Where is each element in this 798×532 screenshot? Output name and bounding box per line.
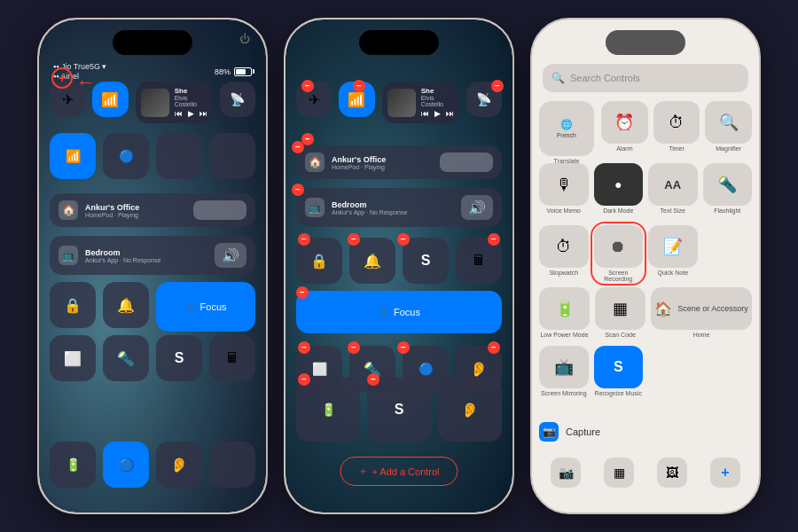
p2-shazam2[interactable]: S [367, 378, 431, 442]
music-widget-1[interactable]: She Elvis Costello ⏮ ▶ ⏭ [136, 82, 213, 123]
homepod-widget[interactable]: 🏠 Ankur's Office HomePod · Playing [50, 193, 255, 227]
ear-btn[interactable]: 👂 [156, 442, 202, 488]
r5[interactable]: − [298, 341, 310, 354]
empty-2[interactable] [209, 133, 255, 179]
r4[interactable]: − [488, 233, 500, 246]
flashlight-label: Flashlight [714, 207, 740, 214]
translate-icon-box[interactable]: 🌐 French [539, 101, 594, 156]
power-icon: ⏻ [238, 32, 252, 46]
qr-bottom-icon[interactable]: ▦ [604, 458, 634, 488]
focus-btn[interactable]: 👤 Focus [156, 282, 255, 332]
flashlight-btn-1[interactable]: 🔦 [103, 335, 149, 381]
alarm-control: ⏰ Alarm [601, 101, 648, 152]
screen-recording-highlight [591, 222, 647, 286]
bedroom-widget[interactable]: 📺 Bedroom Ankur's App · No Response 🔊 [50, 236, 255, 275]
dynamic-island-3 [606, 30, 685, 55]
qr-bottom: ▦ [604, 458, 634, 488]
p2-focus[interactable]: 👤 Focus [296, 291, 502, 333]
r6[interactable]: − [348, 341, 360, 354]
plus-bottom-icon[interactable]: + [710, 458, 740, 488]
music-widget-2[interactable]: She Elvis Costello ⏮ ▶ ⏭ [382, 82, 459, 123]
cellular-btn[interactable]: 📶 [50, 133, 96, 179]
text-size-control: AA Text Size [648, 163, 698, 214]
p2-appletv: 📺 [305, 198, 325, 217]
p2-shazam[interactable]: S [403, 238, 449, 284]
phone-2: − − − − ✈ 📶 She Elvis Costello ⏮ ▶ ⏭ 📡 [284, 18, 514, 514]
text-size-icon-box[interactable]: AA [648, 163, 698, 206]
magnifier-icon-box[interactable]: 🔍 [705, 101, 752, 144]
flashlight-icon-box[interactable]: 🔦 [703, 163, 753, 206]
p2-battery2[interactable]: 🔋 [296, 378, 360, 442]
empty-1[interactable] [156, 133, 202, 179]
focus-icon: 👤 [378, 307, 390, 318]
r3[interactable]: − [397, 233, 410, 246]
r8[interactable]: − [488, 341, 500, 354]
homepod-title: Ankur's Office [85, 203, 186, 212]
battery-btn[interactable]: 🔋 [50, 442, 96, 488]
r1[interactable]: − [298, 233, 310, 246]
timer-icon-box[interactable]: ⏱ [653, 101, 700, 144]
translate-control: 🌐 French Translate [539, 101, 594, 164]
homepod-icon: 🏠 [59, 200, 78, 220]
bt-btn[interactable]: 🔵 [103, 133, 149, 179]
capture-icon-box[interactable]: 📷 [539, 422, 559, 442]
remove-btn-cast[interactable]: − [491, 80, 504, 92]
lock-btn[interactable]: 🔒 [50, 282, 96, 328]
p2-bedroom[interactable]: − 📺 Bedroom Ankur's App · No Response 🔊 [296, 188, 502, 227]
stopwatch-icon-box[interactable]: ⏱ [539, 225, 589, 268]
search-bar[interactable]: 🔍 Search Controls [543, 64, 748, 92]
recognize-music-icon-box[interactable]: S [594, 346, 644, 388]
screen-mirroring-control: 📺 Screen Mirroring [539, 346, 589, 396]
scan-code-icon-box[interactable]: ▦ [595, 287, 645, 330]
wifi-btn[interactable]: 📶 [92, 82, 128, 117]
quick-note-icon-box[interactable]: 📝 [648, 225, 698, 268]
prev-btn-1[interactable]: ⏮ [175, 109, 183, 118]
empty4 [648, 346, 698, 396]
screen-recording-control: ⏺ Screen Recording [594, 225, 644, 282]
voice-memo-icon-box[interactable]: 🎙 [539, 163, 589, 206]
volume-slider-1[interactable] [193, 200, 246, 220]
flashlight-control: 🔦 Flashlight [703, 163, 753, 214]
calc-btn-1[interactable]: 🖩 [209, 335, 255, 381]
screen-mirroring-icon-box[interactable]: 📺 [539, 346, 589, 388]
p2-ear2[interactable]: 👂 [438, 378, 502, 442]
p2-vol-1[interactable] [440, 153, 493, 172]
p2-homepod[interactable]: − 🏠 Ankur's Office HomePod · Playing [296, 145, 502, 179]
p2-play[interactable]: ▶ [434, 109, 441, 118]
play-btn-1[interactable]: ▶ [188, 109, 194, 118]
r-focus[interactable]: − [296, 286, 309, 299]
scan-code-label: Scan Code [605, 332, 636, 338]
alarm-label: Alarm [616, 145, 632, 152]
camera-bottom-icon[interactable]: 📷 [551, 458, 581, 488]
scene-accessory-icon-box[interactable]: 🏠 Scene or Accessory [651, 287, 752, 330]
alarm-icon-box[interactable]: ⏰ [601, 101, 648, 144]
r9[interactable]: − [298, 373, 310, 386]
dark-mode-control: ● Dark Mode [594, 163, 644, 214]
shazam-btn-1[interactable]: S [156, 335, 202, 381]
p2-prev[interactable]: ⏮ [421, 109, 429, 118]
screen-mirror-btn-1[interactable]: ⬜ [50, 335, 96, 381]
remove-btn-wifi[interactable]: − [353, 80, 365, 92]
r10[interactable]: − [367, 373, 379, 386]
empty-3[interactable] [209, 442, 255, 488]
r2[interactable]: − [348, 233, 360, 246]
remove-btn-airplane[interactable]: − [301, 80, 314, 92]
photo-bottom-icon[interactable]: 🖼 [657, 458, 687, 488]
bt-btn-2[interactable]: 🔵 [103, 442, 149, 488]
dark-mode-icon-box[interactable]: ● [594, 163, 644, 206]
r7[interactable]: − [397, 341, 410, 354]
bell-btn[interactable]: 🔔 [103, 282, 149, 328]
remove-btn-bt[interactable]: − [301, 133, 314, 145]
p2-homepod-sub: HomePod · Playing [332, 164, 433, 170]
next-btn-1[interactable]: ⏭ [200, 109, 207, 118]
p2-next[interactable]: ⏭ [446, 109, 454, 118]
low-power-icon-box[interactable]: 🔋 [539, 287, 590, 330]
phone-2-screen: − − − − ✈ 📶 She Elvis Costello ⏮ ▶ ⏭ 📡 [286, 20, 512, 512]
p2-bedroom-title: Bedroom [332, 200, 454, 209]
remove-bedroom[interactable]: − [292, 184, 304, 196]
low-power-label: Low Power Mode [540, 332, 588, 338]
cast-btn[interactable]: 📡 [220, 82, 255, 117]
timer-label: Timer [669, 145, 685, 152]
add-control-button[interactable]: ＋ + Add a Control [340, 457, 458, 486]
translate-sublabel: French [557, 132, 576, 138]
